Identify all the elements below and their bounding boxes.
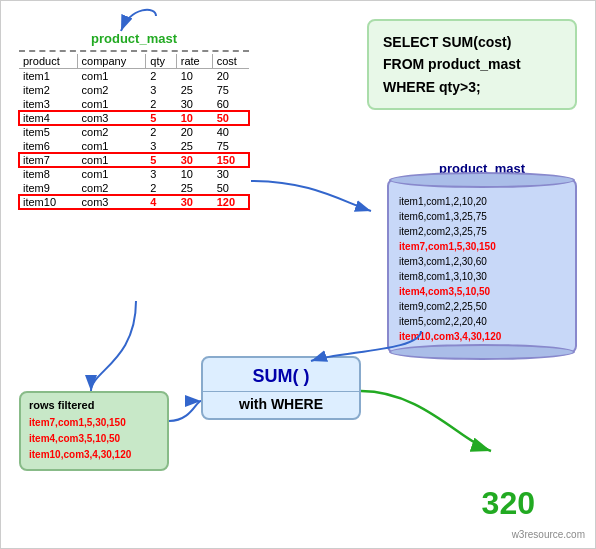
cell-product: item7 (19, 153, 77, 167)
cylinder-rows: item1,com1,2,10,20item6,com1,3,25,75item… (399, 194, 565, 344)
cylinder-container: product_mast item1,com1,2,10,20item6,com… (387, 161, 577, 354)
cell-qty: 3 (146, 83, 176, 97)
col-cost: cost (212, 54, 249, 69)
cell-product: item3 (19, 97, 77, 111)
cylinder-row: item6,com1,3,25,75 (399, 209, 565, 224)
cell-company: com2 (77, 83, 146, 97)
table-row: item9com222550 (19, 181, 249, 195)
cell-cost: 75 (212, 139, 249, 153)
cylinder-row: item3,com1,2,30,60 (399, 254, 565, 269)
sql-query-box: SELECT SUM(cost) FROM product_mast WHERE… (367, 19, 577, 110)
table-row: item10com3430120 (19, 195, 249, 209)
table-row: item2com232575 (19, 83, 249, 97)
cell-product: item5 (19, 125, 77, 139)
sql-line2: FROM product_mast (383, 56, 521, 72)
sql-line3: WHERE qty>3; (383, 79, 481, 95)
cell-cost: 20 (212, 69, 249, 84)
cell-company: com1 (77, 139, 146, 153)
table-header-row: product company qty rate cost (19, 54, 249, 69)
cylinder-row: item9,com2,2,25,50 (399, 299, 565, 314)
cell-qty: 5 (146, 153, 176, 167)
filtered-row: item4,com3,5,10,50 (29, 431, 159, 447)
cylinder-row: item4,com3,5,10,50 (399, 284, 565, 299)
cell-rate: 25 (176, 139, 212, 153)
cylinder-row: item10,com3,4,30,120 (399, 329, 565, 344)
rows-filtered-title: rows filtered (29, 399, 159, 411)
col-qty: qty (146, 54, 176, 69)
cell-company: com3 (77, 111, 146, 125)
cell-cost: 75 (212, 83, 249, 97)
cylinder-row: item5,com2,2,20,40 (399, 314, 565, 329)
cell-company: com1 (77, 69, 146, 84)
cell-rate: 10 (176, 167, 212, 181)
table-row: item3com123060 (19, 97, 249, 111)
cylinder-row: item2,com2,3,25,75 (399, 224, 565, 239)
cell-cost: 50 (212, 111, 249, 125)
filtered-row: item10,com3,4,30,120 (29, 447, 159, 463)
main-container: SELECT SUM(cost) FROM product_mast WHERE… (0, 0, 596, 549)
table-dashed-line (19, 50, 249, 52)
cell-rate: 25 (176, 83, 212, 97)
cell-cost: 30 (212, 167, 249, 181)
cell-qty: 4 (146, 195, 176, 209)
table-row: item8com131030 (19, 167, 249, 181)
cell-qty: 3 (146, 139, 176, 153)
cell-product: item6 (19, 139, 77, 153)
cell-rate: 10 (176, 111, 212, 125)
rows-filtered-box: rows filtered item7,com1,5,30,150item4,c… (19, 391, 169, 471)
cell-qty: 2 (146, 69, 176, 84)
data-table: product company qty rate cost item1com12… (19, 54, 249, 209)
cylinder-row: item1,com1,2,10,20 (399, 194, 565, 209)
cell-cost: 120 (212, 195, 249, 209)
cell-company: com1 (77, 153, 146, 167)
table-row: item6com132575 (19, 139, 249, 153)
table-container: product_mast product company qty rate co… (19, 31, 249, 209)
cell-rate: 30 (176, 153, 212, 167)
cell-product: item10 (19, 195, 77, 209)
cell-product: item2 (19, 83, 77, 97)
filtered-rows: item7,com1,5,30,150item4,com3,5,10,50ite… (29, 415, 159, 463)
cell-company: com2 (77, 125, 146, 139)
cell-company: com2 (77, 181, 146, 195)
cell-product: item1 (19, 69, 77, 84)
col-company: company (77, 54, 146, 69)
sql-line1: SELECT SUM(cost) (383, 34, 511, 50)
cell-rate: 25 (176, 181, 212, 195)
col-product: product (19, 54, 77, 69)
cell-product: item9 (19, 181, 77, 195)
cell-qty: 2 (146, 125, 176, 139)
cylinder-row: item7,com1,5,30,150 (399, 239, 565, 254)
cell-product: item8 (19, 167, 77, 181)
cell-qty: 2 (146, 181, 176, 195)
table-row: item7com1530150 (19, 153, 249, 167)
cell-company: com3 (77, 195, 146, 209)
cylinder-body: item1,com1,2,10,20item6,com1,3,25,75item… (387, 178, 577, 354)
cell-cost: 60 (212, 97, 249, 111)
cell-qty: 5 (146, 111, 176, 125)
table-title: product_mast (19, 31, 249, 46)
cell-rate: 30 (176, 97, 212, 111)
cell-rate: 10 (176, 69, 212, 84)
cell-product: item4 (19, 111, 77, 125)
table-body: item1com121020item2com232575item3com1230… (19, 69, 249, 210)
cell-company: com1 (77, 167, 146, 181)
table-row: item1com121020 (19, 69, 249, 84)
table-row: item4com351050 (19, 111, 249, 125)
filtered-row: item7,com1,5,30,150 (29, 415, 159, 431)
cell-qty: 2 (146, 97, 176, 111)
result-value: 320 (482, 485, 535, 522)
table-row: item5com222040 (19, 125, 249, 139)
watermark: w3resource.com (512, 529, 585, 540)
cell-cost: 50 (212, 181, 249, 195)
cell-qty: 3 (146, 167, 176, 181)
cell-cost: 40 (212, 125, 249, 139)
cylinder-row: item8,com1,3,10,30 (399, 269, 565, 284)
col-rate: rate (176, 54, 212, 69)
sum-title: SUM( ) (203, 366, 359, 387)
cell-cost: 150 (212, 153, 249, 167)
cell-rate: 20 (176, 125, 212, 139)
sum-subtitle: with WHERE (203, 391, 359, 412)
cell-company: com1 (77, 97, 146, 111)
cell-rate: 30 (176, 195, 212, 209)
sum-box: SUM( ) with WHERE (201, 356, 361, 420)
